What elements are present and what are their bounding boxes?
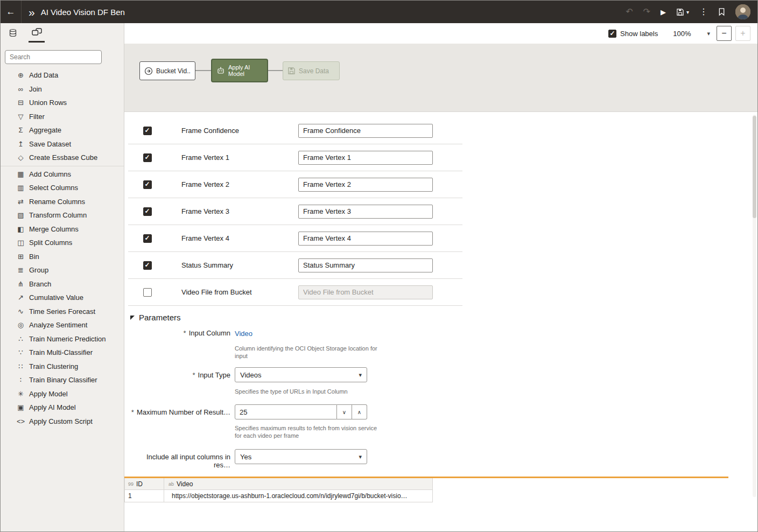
overflow-menu-button[interactable]: ⋮ [699,8,708,16]
sidebar-item-bin[interactable]: ⊞Bin [1,250,124,264]
sidebar-item-aggregate[interactable]: ΣAggregate [1,123,124,137]
sidebar-item-time-series-forecast[interactable]: ∿Time Series Forecast [1,305,124,319]
zoom-out-button[interactable]: − [717,26,732,41]
param-label: Input Column [189,329,230,337]
sidebar-item-join[interactable]: ∞Join [1,82,124,96]
bin-icon: ⊞ [16,253,25,260]
sidebar-item-train-binary-classifier[interactable]: ∶Train Binary Classifier [1,373,124,387]
back-button[interactable]: ← [1,1,22,23]
node-save-data[interactable]: Save Data [283,61,340,80]
preview-table: 99 ID ab Video 1 https://objectstorage.u… [124,478,433,502]
column-checkbox[interactable] [143,234,152,243]
train-multi-classifier-icon: ∵ [16,349,25,356]
preview-data-row: 1 https://objectstorage.us-ashburn-1.ora… [125,490,433,502]
column-checkbox[interactable] [143,261,152,270]
sidebar-item-label: Analyze Sentiment [29,321,87,329]
parameters-section: Parameters *Input Column Video Column id… [128,313,757,469]
cell-value: https://objectstorage.us-ashburn-1.oracl… [172,492,408,500]
expand-chevrons-icon[interactable]: » [29,6,33,18]
column-rename-input[interactable] [298,285,433,299]
sidebar-item-label: Branch [29,280,51,288]
parameters-collapse-header[interactable]: Parameters [130,313,757,322]
column-rename-input[interactable] [298,232,433,246]
column-header-label: Video [177,480,193,488]
preview-cell-id: 1 [125,490,164,502]
sidebar-item-select-columns[interactable]: ▥Select Columns [1,181,124,195]
sidebar-search [5,50,120,64]
column-rename-input[interactable] [298,151,433,165]
sidebar-item-group[interactable]: ≣Group [1,263,124,277]
undo-button[interactable]: ↶ [626,8,633,16]
column-checkbox[interactable] [143,127,152,135]
save-data-icon [287,67,296,75]
required-asterisk: * [184,329,186,337]
zoom-level-value[interactable]: 100% [673,30,691,38]
sidebar-item-branch[interactable]: ⋔Branch [1,277,124,291]
node-bucket-videos[interactable]: Bucket Vid... [139,61,195,80]
sidebar-item-add-data[interactable]: ⊕Add Data [1,68,124,82]
column-checkbox[interactable] [143,288,152,297]
search-input[interactable] [5,50,102,64]
sidebar-item-train-numeric-prediction[interactable]: ∴Train Numeric Prediction [1,332,124,346]
sidebar-item-label: Split Columns [29,239,72,247]
page-title: AI Video Vision DF Ben [41,8,125,17]
sidebar-item-label: Create Essbase Cube [29,153,97,162]
sidebar-item-transform-column[interactable]: ▧Transform Column [1,208,124,222]
sidebar-item-train-multi-classifier[interactable]: ∵Train Multi-Classifier [1,346,124,360]
run-dataflow-button[interactable]: ▶ [661,9,666,16]
save-dataset-icon: ↥ [16,141,25,148]
tab-steps-panel[interactable] [29,23,45,43]
max-results-input[interactable] [235,404,337,419]
select-value: Yes [240,453,251,461]
stepper-down-button[interactable]: ∨ [337,404,352,419]
column-checkbox[interactable] [143,207,152,216]
redo-button[interactable]: ↷ [643,8,650,16]
input-type-select[interactable]: Videos ▾ [235,367,367,382]
bookmark-button[interactable] [718,8,725,16]
sidebar-item-apply-ai-model[interactable]: ▣Apply AI Model [1,401,124,415]
back-arrow-icon: ← [6,6,16,17]
stepper-up-button[interactable]: ∧ [352,404,367,419]
node-apply-ai-model[interactable]: Apply AI Model [212,59,268,82]
sidebar-item-create-essbase-cube[interactable]: ◇Create Essbase Cube [1,151,124,165]
zoom-dropdown-caret-icon[interactable]: ▾ [707,30,710,37]
sidebar-item-filter[interactable]: ▽Filter [1,110,124,124]
scrollbar-thumb[interactable] [753,116,756,218]
connector-line [268,70,283,71]
dataflow-canvas: Bucket Vid... Apply AI Model Save Data [124,44,757,111]
input-column-link[interactable]: Video [235,330,252,338]
sidebar-item-merge-columns[interactable]: ◧Merge Columns [1,222,124,236]
sidebar-item-add-columns[interactable]: ▦Add Columns [1,167,124,181]
param-include-input-columns: Include all input columns in res… Yes ▾ [128,449,757,469]
node-label: Bucket Vid... [156,67,191,75]
column-rename-input[interactable] [298,124,433,138]
column-rename-input[interactable] [298,178,433,192]
include-input-columns-select[interactable]: Yes ▾ [235,449,367,464]
column-rename-input[interactable] [298,258,433,272]
save-caret-icon[interactable]: ▾ [686,9,689,15]
sidebar-item-rename-columns[interactable]: ⇄Rename Columns [1,195,124,209]
sidebar-item-cumulative-value[interactable]: ↗Cumulative Value [1,291,124,305]
column-checkbox[interactable] [143,180,152,189]
sidebar-item-apply-model[interactable]: ✳Apply Model [1,387,124,401]
preview-cell-video: https://objectstorage.us-ashburn-1.oracl… [164,490,433,502]
tab-data-panel[interactable] [5,23,21,43]
sidebar-item-save-dataset[interactable]: ↥Save Dataset [1,137,124,151]
transform-column-icon: ▧ [16,212,25,219]
sidebar-item-union-rows[interactable]: ⊟Union Rows [1,96,124,110]
sidebar-item-apply-custom-script[interactable]: <>Apply Custom Script [1,415,124,429]
sidebar-item-analyze-sentiment[interactable]: ◎Analyze Sentiment [1,318,124,332]
column-rename-input[interactable] [298,205,433,219]
zoom-in-button[interactable]: + [735,26,750,41]
sidebar-item-split-columns[interactable]: ◫Split Columns [1,236,124,250]
column-row: Frame Vertex 2 [128,171,462,198]
column-row: Frame Vertex 1 [128,144,462,171]
show-labels-checkbox[interactable] [608,30,616,38]
save-icon [676,8,684,16]
sidebar-item-train-clustering[interactable]: ∷Train Clustering [1,360,124,374]
column-checkbox[interactable] [143,153,152,162]
column-label: Frame Vertex 3 [181,207,292,215]
ai-model-icon [216,66,225,75]
save-button[interactable]: ▾ [676,8,689,16]
user-avatar[interactable] [735,4,750,19]
